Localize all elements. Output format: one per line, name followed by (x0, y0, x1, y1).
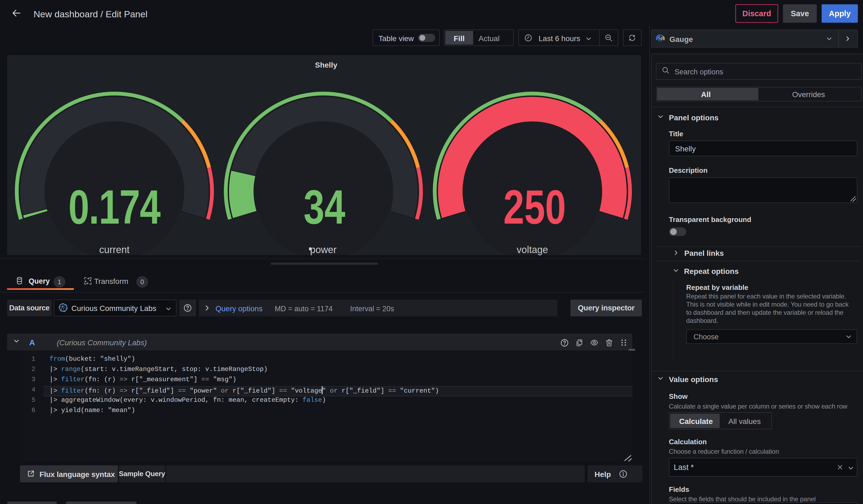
svg-text:79: 79 (658, 37, 662, 41)
